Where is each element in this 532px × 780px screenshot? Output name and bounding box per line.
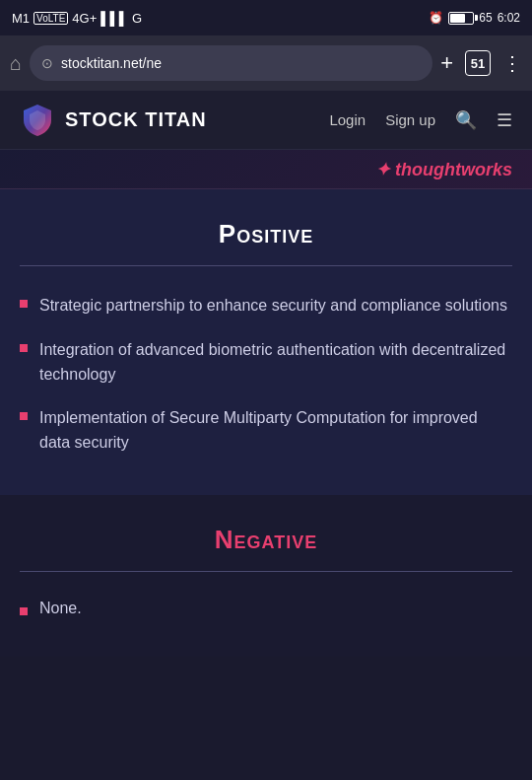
nav-links: Login Sign up 🔍 ☰	[329, 109, 512, 131]
positive-title: Positive	[20, 219, 512, 249]
bullet-icon	[20, 412, 28, 420]
positive-bullet-list: Strategic partnership to enhance securit…	[20, 294, 512, 456]
battery-percent: 65	[479, 11, 492, 25]
alarm-icon: ⏰	[429, 11, 443, 25]
positive-divider	[20, 265, 512, 266]
signal-bars-icon: ▌▌▌	[100, 11, 128, 26]
logo-shield-icon	[20, 103, 55, 138]
bullet-icon	[20, 607, 28, 615]
menu-icon[interactable]: ☰	[497, 109, 512, 131]
bullet-icon	[20, 344, 28, 352]
signup-link[interactable]: Sign up	[385, 111, 435, 128]
clock-time: 6:02	[498, 11, 520, 25]
negative-bullet-list: None.	[20, 600, 512, 617]
thoughtworks-banner: ✦ thoughtworks	[0, 150, 532, 189]
nav-bar: STOCK TITAN Login Sign up 🔍 ☰	[0, 91, 532, 150]
battery-fill	[450, 14, 464, 23]
thoughtworks-logo: ✦ thoughtworks	[375, 159, 512, 180]
battery-icon	[448, 12, 474, 25]
url-bar[interactable]: ⊙ stocktitan.net/ne	[30, 45, 432, 81]
negative-divider	[20, 571, 512, 572]
nav-logo: STOCK TITAN	[20, 103, 207, 138]
positive-bullet-1: Strategic partnership to enhance securit…	[39, 294, 507, 319]
list-item: Implementation of Secure Multiparty Comp…	[20, 406, 512, 456]
positive-bullet-2: Integration of advanced biometric authen…	[39, 338, 512, 388]
positive-section: Positive Strategic partnership to enhanc…	[0, 189, 532, 495]
list-item: Integration of advanced biometric authen…	[20, 338, 512, 388]
status-right: ⏰ 65 6:02	[429, 11, 520, 25]
add-tab-button[interactable]: +	[440, 50, 453, 76]
search-icon[interactable]: 🔍	[455, 109, 477, 131]
login-link[interactable]: Login	[329, 111, 366, 128]
tab-count-button[interactable]: 51	[465, 50, 491, 76]
negative-title: Negative	[20, 525, 512, 555]
negative-section: Negative None.	[0, 495, 532, 657]
network-type-label: 4G+	[72, 11, 97, 26]
status-left: M1 VoLTE 4G+ ▌▌▌ G	[12, 11, 142, 26]
bullet-icon	[20, 300, 28, 308]
browser-actions: + 51 ⋮	[440, 50, 522, 76]
site-icon: ⊙	[41, 55, 53, 71]
negative-bullet-1: None.	[39, 600, 82, 617]
browser-bar: ⌂ ⊙ stocktitan.net/ne + 51 ⋮	[0, 35, 532, 91]
url-text: stocktitan.net/ne	[61, 55, 162, 71]
home-icon[interactable]: ⌂	[10, 52, 22, 75]
g-icon: G	[132, 11, 142, 26]
positive-bullet-3: Implementation of Secure Multiparty Comp…	[39, 406, 512, 456]
nav-title: STOCK TITAN	[65, 108, 207, 131]
browser-menu-button[interactable]: ⋮	[502, 51, 522, 75]
carrier-label: M1	[12, 11, 30, 26]
volte-label: VoLTE	[33, 12, 68, 25]
list-item: Strategic partnership to enhance securit…	[20, 294, 512, 319]
status-bar: M1 VoLTE 4G+ ▌▌▌ G ⏰ 65 6:02	[0, 0, 532, 35]
